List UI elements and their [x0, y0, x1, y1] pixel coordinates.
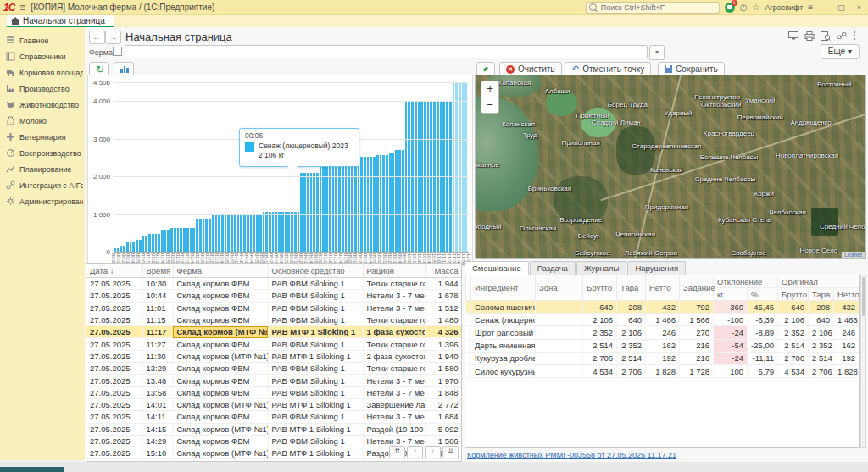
chart-bar[interactable] — [114, 248, 116, 252]
chart-bar[interactable] — [221, 215, 224, 252]
ingredient-row[interactable]: Шрот рапсовый2 3522 106246270-24-8,892 3… — [466, 326, 860, 339]
forward-button[interactable]: → — [105, 31, 121, 44]
chart-bar[interactable] — [313, 173, 315, 252]
back-button[interactable]: ← — [89, 31, 105, 44]
chart-bar[interactable] — [120, 246, 122, 252]
table-row[interactable]: 27.05.202514:01Склад кормов (МТФ №1)РАВ … — [86, 398, 462, 410]
global-search[interactable] — [586, 2, 720, 14]
chart-bar[interactable] — [170, 228, 173, 252]
notifications-icon[interactable]: 1 — [725, 3, 735, 13]
sidebar-item-администрирование[interactable]: Администрирование — [0, 193, 85, 209]
chart-bar[interactable] — [360, 157, 363, 252]
sidebar-item-производство[interactable]: Производство — [0, 81, 85, 97]
feeding-document-link[interactable]: Кормление животных РММГ-003558 от 27.05.… — [467, 451, 676, 459]
table-row[interactable]: 27.05.202510:30Склад кормов ФВМРАВ ФВМ S… — [86, 278, 462, 290]
chart-bar[interactable] — [348, 160, 350, 252]
chart-bar[interactable] — [376, 155, 379, 252]
history-icon[interactable]: ◷ — [740, 3, 748, 12]
chart-bar[interactable] — [351, 160, 353, 252]
chart-bar[interactable] — [136, 240, 138, 252]
table-row[interactable]: 27.05.202513:29Склад кормов ФВМРАВ ФВМ S… — [86, 363, 462, 375]
chart-bar[interactable] — [256, 214, 259, 252]
page-up-button[interactable]: ↑ — [407, 446, 423, 458]
page-down-button[interactable]: ↓ — [425, 446, 441, 458]
chart-bar[interactable] — [281, 212, 284, 252]
chart-bar[interactable] — [130, 242, 132, 252]
current-user[interactable]: Агросвифт — [765, 3, 803, 12]
table-row[interactable]: 27.05.202511:15Склад кормов ФВМРАВ ФВМ S… — [86, 314, 462, 325]
chart-bar[interactable] — [459, 82, 461, 252]
table-row[interactable]: 27.05.202513:46Склад кормов ФВМРАВ ФВМ S… — [86, 375, 462, 386]
more-button[interactable]: Еще ▾ — [821, 44, 860, 59]
chart-bar[interactable] — [192, 228, 195, 252]
sidebar-item-воспроизводство[interactable]: Воспроизводство — [0, 145, 85, 161]
chart-bar[interactable] — [183, 228, 186, 252]
chart-bar[interactable] — [186, 228, 189, 252]
feed-loading-chart[interactable]: 00:06 Сенаж (люцерновый) 20232 106 кг 4 … — [87, 75, 473, 264]
chart-bar[interactable] — [303, 173, 306, 252]
chart-bar[interactable] — [395, 150, 398, 252]
chart-bar[interactable] — [152, 234, 154, 252]
go-first-button[interactable]: ⇈ — [389, 446, 405, 458]
tab-нарушения[interactable]: Нарушения — [627, 261, 686, 275]
chart-bar[interactable] — [161, 230, 164, 252]
chart-bar[interactable] — [205, 219, 208, 252]
ingredient-row[interactable]: Солома пшеничн...640208432792-360-45,456… — [466, 301, 860, 314]
table-row[interactable]: 27.05.202510:44Склад кормов ФВМРАВ ФВМ S… — [86, 290, 462, 302]
chart-bar[interactable] — [285, 212, 287, 252]
chart-bar[interactable] — [386, 155, 388, 252]
chart-bar[interactable] — [240, 214, 242, 252]
chart-bar[interactable] — [132, 242, 135, 252]
chart-bar[interactable] — [307, 173, 309, 252]
chart-bar[interactable] — [145, 236, 147, 252]
farm-combobox[interactable] — [125, 45, 648, 58]
chart-bar[interactable] — [389, 153, 392, 252]
chart-bar[interactable] — [167, 230, 170, 252]
chart-bar[interactable] — [287, 212, 290, 252]
table-row[interactable]: 27.05.202511:17Склад кормов (МТФ №1)РАВ … — [86, 326, 462, 338]
chart-bar[interactable] — [272, 212, 275, 252]
link-icon[interactable] — [837, 31, 847, 41]
close-button[interactable]: × — [854, 3, 865, 12]
monitor-icon[interactable] — [788, 31, 798, 41]
chart-bar[interactable] — [142, 236, 145, 252]
chart-bar[interactable] — [148, 234, 151, 252]
chart-bar[interactable] — [364, 157, 366, 252]
chart-bar[interactable] — [190, 228, 192, 252]
sidebar-item-главное[interactable]: Главное — [0, 32, 85, 48]
chart-bar[interactable] — [180, 228, 182, 252]
chart-bar[interactable] — [158, 234, 160, 252]
chart-bar[interactable] — [253, 214, 255, 252]
column-header-6[interactable]: Масса — [425, 264, 462, 278]
column-header-1[interactable]: Дата ↓ — [86, 264, 142, 278]
chart-bar[interactable] — [209, 219, 211, 252]
farm-filter-checkbox[interactable] — [113, 47, 122, 56]
table-row[interactable]: 27.05.202514:15Склад кормов (МТФ №1)РАВ … — [86, 423, 462, 435]
chart-bar[interactable] — [227, 215, 230, 252]
ingredient-row[interactable]: Силос кукурузны...4 5342 7061 8281 72810… — [466, 364, 860, 377]
service-menu-icon[interactable]: ≡ — [808, 3, 813, 12]
chart-bar[interactable] — [294, 212, 297, 252]
chart-bar[interactable] — [269, 212, 271, 252]
chart-bar[interactable] — [275, 212, 277, 252]
search-input[interactable] — [599, 3, 713, 13]
chart-bar[interactable] — [373, 157, 376, 252]
chart-bar[interactable] — [278, 212, 281, 252]
column-header-2[interactable]: Время — [142, 264, 173, 278]
chart-bar[interactable] — [123, 246, 125, 252]
chart-bar[interactable] — [265, 212, 268, 252]
chart-bar[interactable] — [225, 215, 227, 252]
chart-bar[interactable] — [298, 212, 300, 252]
sidebar-item-планирование[interactable]: Планирование — [0, 161, 85, 177]
column-header-3[interactable]: Ферма — [173, 264, 268, 278]
chart-bar[interactable] — [380, 155, 382, 252]
column-header-4[interactable]: Основное средство — [268, 264, 363, 278]
print-icon[interactable] — [804, 31, 815, 41]
chart-bar[interactable] — [354, 160, 357, 252]
more-dots-icon[interactable] — [853, 31, 856, 41]
sidebar-item-молоко[interactable]: Молоко — [0, 113, 85, 129]
go-last-button[interactable]: ⇊ — [442, 446, 459, 458]
chart-bar[interactable] — [259, 214, 262, 252]
tab-журналы[interactable]: Журналы — [576, 261, 627, 275]
chart-bar[interactable] — [139, 240, 142, 252]
